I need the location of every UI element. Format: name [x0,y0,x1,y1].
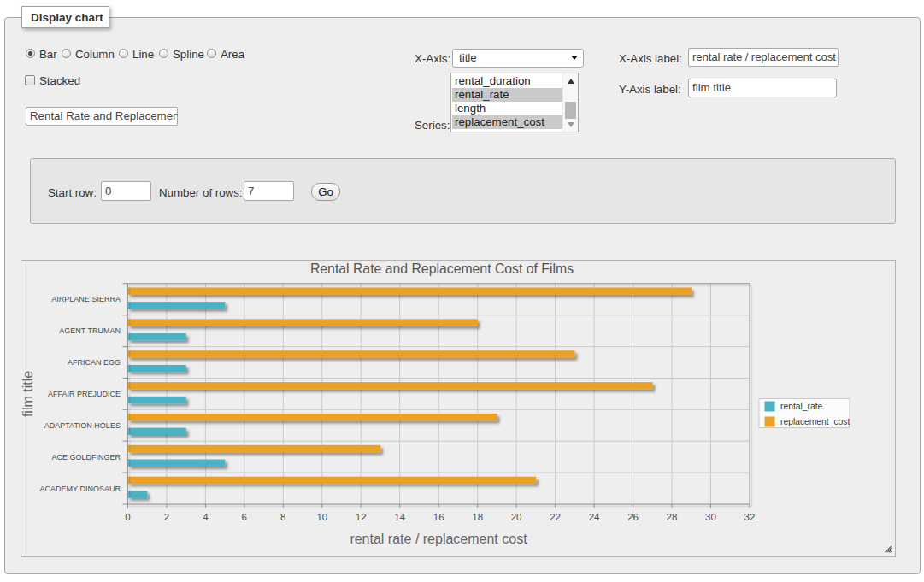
svg-text:film title: film title [21,371,35,417]
svg-text:32: 32 [744,512,756,522]
svg-text:24: 24 [589,512,600,522]
svg-text:replacement_cost: replacement_cost [780,417,850,426]
svg-text:12: 12 [356,512,367,522]
svg-text:AFFAIR PREJUDICE: AFFAIR PREJUDICE [48,390,121,398]
svg-text:6: 6 [242,512,247,522]
svg-text:2: 2 [164,512,169,522]
svg-text:14: 14 [394,512,405,522]
svg-text:rental rate / replacement cost: rental rate / replacement cost [350,532,527,546]
svg-text:26: 26 [627,512,639,522]
svg-text:rental_rate: rental_rate [780,402,823,411]
svg-text:ADAPTATION HOLES: ADAPTATION HOLES [44,421,121,430]
svg-text:20: 20 [511,512,522,522]
svg-text:AGENT TRUMAN: AGENT TRUMAN [59,326,121,335]
svg-text:ACE GOLDFINGER: ACE GOLDFINGER [51,453,121,461]
svg-text:18: 18 [472,512,483,522]
svg-text:AFRICAN EGG: AFRICAN EGG [68,358,121,367]
svg-text:AIRPLANE SIERRA: AIRPLANE SIERRA [51,295,121,303]
svg-text:4: 4 [203,512,209,522]
svg-text:ACADEMY DINOSAUR: ACADEMY DINOSAUR [40,485,121,493]
svg-text:Rental Rate and Replacement Co: Rental Rate and Replacement Cost of Film… [310,262,574,276]
svg-text:10: 10 [316,512,327,522]
svg-text:30: 30 [705,512,716,522]
svg-text:16: 16 [433,512,444,522]
svg-text:0: 0 [125,512,130,522]
svg-text:22: 22 [550,512,561,522]
svg-text:28: 28 [667,512,678,522]
svg-text:8: 8 [280,512,285,522]
